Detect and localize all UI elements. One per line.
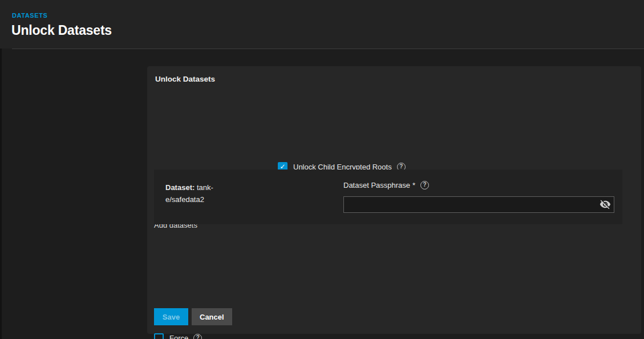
required-marker: * <box>412 181 415 189</box>
unlock-datasets-page: DATASETS Unlock Datasets Unlock Datasets… <box>0 0 644 339</box>
save-button[interactable]: Save <box>154 308 188 325</box>
dataset-panel: Dataset: tank-e/safedata2 Dataset Passph… <box>154 170 622 224</box>
card-title: Unlock Datasets <box>155 75 215 83</box>
form-actions: Save Cancel <box>154 308 232 325</box>
unlock-datasets-card: Unlock Datasets ✓ Unlock Child Encrypted… <box>147 66 641 334</box>
header-divider <box>12 49 644 49</box>
dataset-passphrase-help-icon[interactable]: ? <box>420 181 429 189</box>
breadcrumb[interactable]: DATASETS <box>12 12 47 19</box>
window-left-edge <box>0 0 2 339</box>
force-checkbox[interactable] <box>154 333 164 339</box>
dataset-passphrase-input[interactable] <box>343 196 614 213</box>
dataset-passphrase-label: Dataset Passphrase <box>343 181 410 189</box>
page-header: DATASETS Unlock Datasets <box>0 0 644 49</box>
dataset-name: Dataset: tank-e/safedata2 <box>165 181 226 205</box>
force-label: Force <box>169 334 188 339</box>
force-help-icon[interactable]: ? <box>193 334 202 339</box>
visibility-off-icon[interactable] <box>600 199 611 210</box>
dataset-passphrase-field-wrap <box>343 196 614 213</box>
force-row[interactable]: Force ? <box>154 333 202 339</box>
dataset-label: Dataset: <box>165 183 195 192</box>
dataset-passphrase-label-row: Dataset Passphrase * ? <box>343 180 429 189</box>
cancel-button[interactable]: Cancel <box>192 308 232 325</box>
page-title: Unlock Datasets <box>11 23 112 38</box>
